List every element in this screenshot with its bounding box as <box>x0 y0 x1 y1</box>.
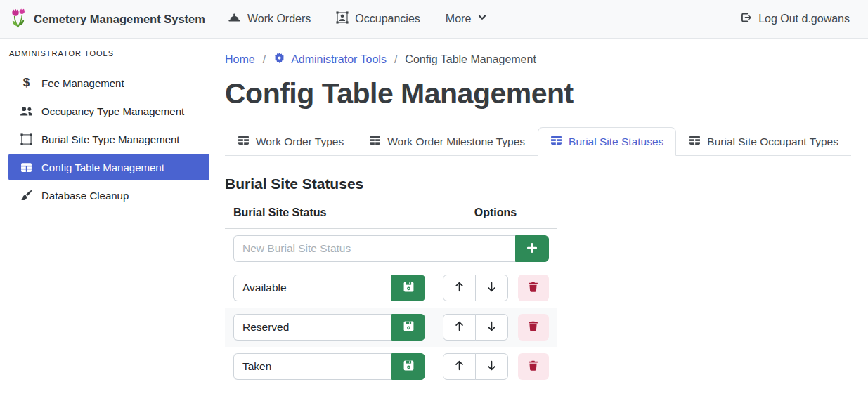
breadcrumb-separator: / <box>394 53 397 66</box>
move-down-button[interactable] <box>475 314 508 341</box>
tab-work-order-types[interactable]: Work Order Types <box>225 127 356 156</box>
tab-burial-site-statuses[interactable]: Burial Site Statuses <box>538 127 676 156</box>
admin-sidebar: ADMINISTRATOR TOOLS $ Fee Management Occ… <box>0 39 218 210</box>
save-icon <box>403 360 415 374</box>
arrow-down-icon <box>486 360 498 374</box>
nav-more[interactable]: More <box>446 13 487 25</box>
breadcrumb: Home / Administrator Tools / Config Tabl… <box>225 52 851 67</box>
breadcrumb-current: Config Table Management <box>405 53 536 66</box>
app-title: Cemetery Management System <box>34 13 205 26</box>
sidebar-item-fee-management[interactable]: $ Fee Management <box>8 70 209 96</box>
table-icon <box>238 134 250 149</box>
sidebar-heading: ADMINISTRATOR TOOLS <box>9 49 209 58</box>
breadcrumb-separator: / <box>263 53 266 66</box>
app-brand[interactable]: Cemetery Management System <box>9 7 205 32</box>
plus-icon <box>526 242 538 256</box>
main-content: Home / Administrator Tools / Config Tabl… <box>218 39 868 386</box>
new-status-row <box>225 228 557 268</box>
delete-status-button[interactable] <box>518 275 549 301</box>
save-icon <box>403 320 415 334</box>
arrow-up-icon <box>453 320 465 334</box>
nav-occupancies-label: Occupancies <box>355 13 420 25</box>
nav-work-orders-label: Work Orders <box>247 13 311 25</box>
page-title: Config Table Management <box>225 77 851 110</box>
reorder-button-group <box>443 353 508 380</box>
tab-label: Burial Site Statuses <box>569 136 663 148</box>
arrow-down-icon <box>486 281 498 295</box>
save-status-button[interactable] <box>391 353 425 380</box>
section-heading: Burial Site Statuses <box>225 176 851 192</box>
reorder-button-group <box>443 275 508 301</box>
sidebar-item-label: Occupancy Type Management <box>41 105 184 117</box>
trash-icon <box>527 360 539 374</box>
config-tabs: Work Order Types Work Order Milestone Ty… <box>225 127 851 156</box>
breadcrumb-admin-tools-label: Administrator Tools <box>291 53 387 66</box>
status-input[interactable] <box>233 275 391 301</box>
sidebar-item-label: Config Table Management <box>41 162 164 173</box>
burial-site-statuses-table: Burial Site Status Options <box>225 201 557 386</box>
move-up-button[interactable] <box>443 353 476 380</box>
nav-occupancies[interactable]: Occupancies <box>336 11 420 27</box>
table-icon <box>689 134 701 149</box>
top-navbar: Cemetery Management System Work Orders O <box>0 0 868 39</box>
trash-icon <box>527 320 539 334</box>
logout-label: Log Out d.gowans <box>758 13 850 25</box>
tab-label: Burial Site Occupant Types <box>707 136 838 148</box>
move-down-button[interactable] <box>475 353 508 380</box>
add-status-button[interactable] <box>515 235 549 262</box>
status-input[interactable] <box>233 353 391 380</box>
dollar-icon: $ <box>20 76 33 90</box>
arrow-down-icon <box>486 320 498 334</box>
status-row-available <box>225 268 557 308</box>
move-down-button[interactable] <box>475 275 508 301</box>
move-up-button[interactable] <box>443 275 476 301</box>
delete-status-button[interactable] <box>518 353 549 380</box>
status-row-taken <box>225 347 557 386</box>
tab-label: Work Order Types <box>256 136 344 148</box>
save-status-button[interactable] <box>391 314 425 341</box>
sidebar-item-burial-site-type-management[interactable]: Burial Site Type Management <box>8 126 209 152</box>
person-bounding-box-icon <box>336 11 349 27</box>
trash-icon <box>527 281 539 295</box>
sidebar-item-label: Fee Management <box>41 77 124 89</box>
column-header-options: Options <box>434 201 557 228</box>
table-icon <box>20 162 33 173</box>
sidebar-item-label: Burial Site Type Management <box>41 133 180 145</box>
tulip-logo-icon <box>9 7 27 32</box>
reorder-button-group <box>443 314 508 341</box>
box-arrow-right-icon <box>739 11 752 27</box>
hard-hat-icon <box>228 11 241 27</box>
sidebar-item-config-table-management[interactable]: Config Table Management <box>8 154 209 180</box>
status-row-reserved <box>225 308 557 347</box>
arrow-up-icon <box>453 360 465 374</box>
tab-label: Work Order Milestone Types <box>387 136 525 148</box>
status-input[interactable] <box>233 314 391 341</box>
tab-burial-site-occupant-types[interactable]: Burial Site Occupant Types <box>676 127 851 156</box>
sidebar-item-occupancy-type-management[interactable]: Occupancy Type Management <box>8 98 209 124</box>
new-status-input[interactable] <box>233 235 515 262</box>
table-icon <box>550 134 562 149</box>
chevron-down-icon <box>477 13 487 25</box>
delete-status-button[interactable] <box>518 314 549 341</box>
breadcrumb-home-link[interactable]: Home <box>225 53 255 66</box>
people-icon <box>20 105 33 118</box>
save-icon <box>403 281 415 295</box>
logout-link[interactable]: Log Out d.gowans <box>739 11 850 27</box>
brush-icon <box>20 189 33 202</box>
arrow-up-icon <box>453 281 465 295</box>
nav-more-label: More <box>446 13 471 25</box>
breadcrumb-admin-tools-link[interactable]: Administrator Tools <box>273 52 387 67</box>
bounding-box-icon <box>20 133 33 145</box>
move-up-button[interactable] <box>443 314 476 341</box>
tab-work-order-milestone-types[interactable]: Work Order Milestone Types <box>356 127 538 156</box>
save-status-button[interactable] <box>391 275 425 301</box>
column-header-status: Burial Site Status <box>225 201 434 228</box>
table-icon <box>369 134 381 149</box>
gear-icon <box>273 52 285 67</box>
sidebar-item-database-cleanup[interactable]: Database Cleanup <box>8 182 209 209</box>
nav-work-orders[interactable]: Work Orders <box>228 11 311 27</box>
sidebar-item-label: Database Cleanup <box>41 190 129 202</box>
